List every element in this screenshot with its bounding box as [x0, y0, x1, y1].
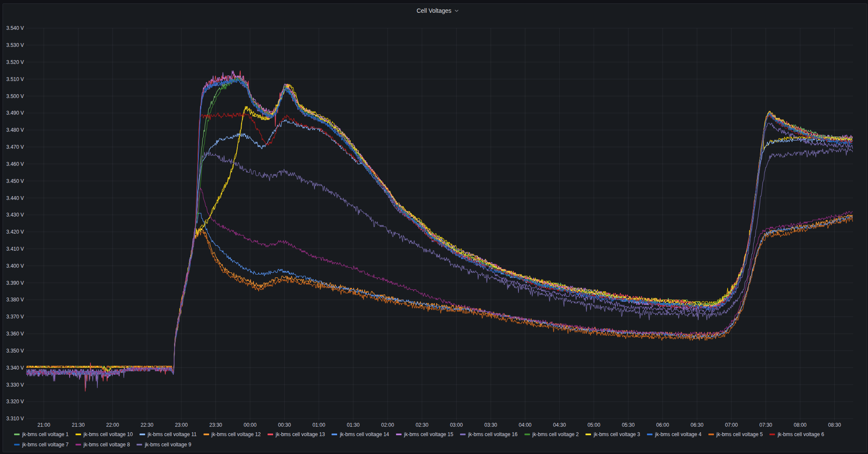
svg-text:05:30: 05:30	[622, 422, 635, 428]
svg-text:21:30: 21:30	[72, 422, 84, 428]
svg-text:3.350 V: 3.350 V	[6, 348, 24, 354]
svg-text:01:30: 01:30	[347, 422, 360, 428]
svg-text:3.510 V: 3.510 V	[6, 76, 24, 82]
svg-text:3.450 V: 3.450 V	[6, 178, 24, 184]
svg-text:3.410 V: 3.410 V	[6, 246, 24, 252]
svg-text:02:00: 02:00	[381, 422, 394, 428]
svg-text:06:00: 06:00	[656, 422, 669, 428]
svg-text:3.500 V: 3.500 V	[6, 93, 24, 99]
svg-text:02:30: 02:30	[416, 422, 428, 428]
svg-text:06:30: 06:30	[690, 422, 703, 428]
svg-text:22:30: 22:30	[140, 422, 153, 428]
svg-text:07:00: 07:00	[725, 422, 738, 428]
svg-text:3.430 V: 3.430 V	[6, 212, 24, 218]
svg-text:00:00: 00:00	[244, 422, 256, 428]
svg-text:3.470 V: 3.470 V	[6, 144, 24, 150]
svg-text:3.340 V: 3.340 V	[6, 365, 24, 371]
svg-text:00:30: 00:30	[278, 422, 291, 428]
svg-text:3.480 V: 3.480 V	[6, 127, 24, 133]
svg-text:3.540 V: 3.540 V	[6, 25, 24, 31]
svg-text:3.360 V: 3.360 V	[6, 331, 24, 337]
svg-text:08:00: 08:00	[794, 422, 807, 428]
svg-text:3.520 V: 3.520 V	[6, 59, 24, 65]
svg-text:3.490 V: 3.490 V	[6, 110, 24, 116]
svg-text:03:00: 03:00	[450, 422, 463, 428]
svg-text:3.400 V: 3.400 V	[6, 263, 24, 269]
svg-text:04:30: 04:30	[553, 422, 566, 428]
svg-text:3.390 V: 3.390 V	[6, 280, 24, 286]
svg-text:3.380 V: 3.380 V	[6, 297, 24, 303]
svg-text:03:30: 03:30	[484, 422, 497, 428]
svg-text:3.460 V: 3.460 V	[6, 161, 24, 167]
svg-text:21:00: 21:00	[38, 422, 50, 428]
svg-text:3.310 V: 3.310 V	[6, 416, 24, 422]
svg-text:07:30: 07:30	[759, 422, 772, 428]
svg-text:08:30: 08:30	[828, 422, 841, 428]
svg-text:23:00: 23:00	[175, 422, 188, 428]
svg-text:01:00: 01:00	[312, 422, 325, 428]
svg-text:3.330 V: 3.330 V	[6, 382, 24, 388]
svg-text:22:00: 22:00	[106, 422, 119, 428]
svg-text:3.530 V: 3.530 V	[6, 42, 24, 48]
svg-text:3.370 V: 3.370 V	[6, 314, 24, 320]
svg-text:3.320 V: 3.320 V	[6, 399, 24, 405]
svg-text:3.420 V: 3.420 V	[6, 229, 24, 235]
svg-text:23:30: 23:30	[209, 422, 222, 428]
svg-text:04:00: 04:00	[518, 422, 531, 428]
svg-text:3.440 V: 3.440 V	[6, 195, 24, 201]
svg-text:05:00: 05:00	[588, 422, 600, 428]
